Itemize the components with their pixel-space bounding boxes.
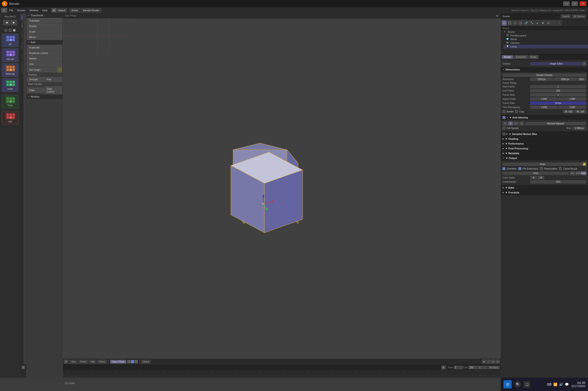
border-cb[interactable] bbox=[503, 110, 505, 113]
time-remap-new[interactable]: 1.000 bbox=[558, 105, 586, 109]
keyset-item-ctrlalt[interactable]: ctrl+alt bbox=[2, 48, 18, 62]
aspect-y[interactable]: 1.000 bbox=[558, 97, 586, 101]
close-button[interactable]: ✕ bbox=[580, 1, 586, 6]
aa-cb[interactable] bbox=[503, 116, 505, 119]
file-ext-cb[interactable] bbox=[518, 167, 521, 170]
end-frame-val[interactable]: 250 bbox=[530, 89, 586, 93]
dimensions-header[interactable]: ▼ Dimensions bbox=[501, 67, 588, 72]
display-extra[interactable]: + bbox=[583, 62, 586, 66]
res-y[interactable]: 1080 px bbox=[554, 78, 577, 81]
smooth-btn[interactable]: Smooth bbox=[27, 77, 44, 82]
motion-blur-cb[interactable] bbox=[503, 133, 505, 135]
physics-tab[interactable]: Physics bbox=[20, 51, 23, 61]
transform-header[interactable]: ▼ Transform bbox=[26, 13, 63, 18]
rgba-btn[interactable]: RGBA bbox=[581, 171, 586, 175]
rgb-btn[interactable]: RGB bbox=[576, 171, 581, 175]
blender-icon[interactable]: ⠿ bbox=[1, 8, 7, 13]
render-menu[interactable]: Render bbox=[15, 8, 27, 12]
time-remap-old[interactable]: 1.000 bbox=[530, 105, 558, 109]
data-btn[interactable]: Data bbox=[27, 88, 44, 93]
texture-prop-icon[interactable]: ⊞ bbox=[546, 20, 551, 25]
set-origin-extra[interactable]: + bbox=[57, 67, 62, 73]
world-prop-icon[interactable] bbox=[513, 20, 518, 25]
timeline-icon[interactable]: ▤ bbox=[21, 366, 25, 369]
help-menu[interactable]: Help bbox=[40, 8, 49, 12]
speaker-icon[interactable]: 🔊 bbox=[559, 383, 563, 386]
cache-cb[interactable] bbox=[559, 167, 562, 170]
join-btn[interactable]: Join bbox=[27, 62, 62, 67]
output-header[interactable]: ▼ ▼ Output bbox=[501, 156, 588, 160]
keyset-item-shiftalt[interactable]: Shift+alt bbox=[2, 63, 18, 77]
res-pct[interactable]: 50% bbox=[577, 78, 586, 81]
current-frame[interactable] bbox=[478, 366, 487, 369]
notification-icon[interactable]: 💬 bbox=[565, 383, 569, 386]
keyboard-icon[interactable]: ⌨ bbox=[547, 383, 552, 386]
duplicate-linked-btn[interactable]: Duplicate Linked bbox=[27, 50, 62, 56]
set-origin-btn[interactable]: Set Origin bbox=[27, 67, 57, 72]
full-sample-cb[interactable] bbox=[503, 127, 505, 129]
data-prop-icon[interactable]: ▲ bbox=[535, 20, 540, 25]
radio-3[interactable] bbox=[13, 29, 16, 32]
depth-16[interactable]: 16 bbox=[538, 176, 544, 180]
modifier-prop-icon[interactable]: 🔧 bbox=[529, 20, 534, 25]
timeline-ruler[interactable] bbox=[20, 370, 501, 374]
keyset-next[interactable]: ▶ bbox=[10, 20, 17, 25]
search-button[interactable]: Search bbox=[561, 14, 571, 18]
render-presets-btn[interactable]: Render Presets bbox=[503, 73, 586, 77]
nr-val[interactable]: Nr: 100 bbox=[575, 110, 586, 113]
end-frame[interactable] bbox=[468, 366, 478, 369]
render-mode-icon[interactable]: ● bbox=[496, 360, 500, 364]
post-processing-header[interactable]: ▶ ▼ Post Processing bbox=[501, 146, 588, 151]
tree-lamp[interactable]: 💡 Lamp bbox=[503, 45, 588, 48]
default-layout[interactable]: Default bbox=[57, 8, 67, 12]
size-val[interactable]: 1.000 px bbox=[572, 126, 586, 130]
select-menu[interactable]: Select bbox=[79, 360, 88, 364]
rotate-btn[interactable]: Rotate bbox=[27, 24, 62, 29]
render-tab[interactable]: Render bbox=[502, 55, 513, 59]
radio-2[interactable] bbox=[9, 29, 11, 32]
constraint-prop-icon[interactable]: 🔗 bbox=[524, 20, 529, 25]
animation-tab[interactable]: Animation bbox=[20, 40, 23, 51]
keyset-prev[interactable]: ◀ bbox=[3, 20, 10, 25]
layer-1[interactable] bbox=[127, 360, 131, 363]
data-layout-btn[interactable]: Data Layout bbox=[45, 86, 62, 94]
bake-header[interactable]: ▶ ▼ Bake bbox=[501, 186, 588, 190]
motion-blur-header[interactable]: ▶ ▼ Sampled Motion Blur bbox=[501, 132, 588, 136]
aspect-x[interactable]: 1.000 bbox=[530, 97, 558, 101]
aa-header[interactable]: ▼ ▼ Anti-Aliasing bbox=[501, 115, 588, 120]
maximize-button[interactable]: □ bbox=[572, 1, 578, 6]
layer-3[interactable] bbox=[135, 360, 138, 363]
translate-btn[interactable]: Translate bbox=[27, 18, 62, 23]
placeholders-cb[interactable] bbox=[540, 167, 543, 170]
shading-header[interactable]: ▶ ▼ Shading bbox=[501, 137, 588, 141]
scale-btn[interactable]: Scale bbox=[27, 29, 62, 34]
object-menu[interactable]: Object bbox=[97, 360, 107, 364]
crop-cb[interactable] bbox=[515, 110, 518, 113]
duplicate-btn[interactable]: Duplicate bbox=[27, 45, 62, 50]
performance-header[interactable]: ▶ ▼ Performance bbox=[501, 141, 588, 146]
render-prop-icon[interactable] bbox=[502, 20, 507, 25]
aa-btn-8[interactable]: 8 bbox=[508, 121, 513, 125]
ol-val[interactable]: Ol: 100 bbox=[563, 110, 574, 113]
filter-val[interactable]: Mitchell-Natravel bbox=[525, 122, 586, 125]
fps-val[interactable]: 24 fps bbox=[530, 101, 586, 105]
mode-selector[interactable]: Object Mode bbox=[110, 360, 126, 364]
particle-prop-icon[interactable]: · bbox=[551, 20, 556, 25]
sync-selector[interactable]: No Sync bbox=[488, 366, 500, 369]
overwrite-cb[interactable] bbox=[503, 167, 505, 170]
window-menu[interactable]: Window bbox=[27, 8, 40, 12]
solid-mode-icon[interactable]: ■ bbox=[482, 360, 486, 364]
format-btn[interactable]: PNG bbox=[503, 172, 569, 175]
all-scenes-button[interactable]: All Scenes bbox=[572, 14, 586, 18]
search-button[interactable]: 🔍 bbox=[515, 381, 521, 388]
layer-2[interactable] bbox=[131, 360, 134, 363]
start-frame[interactable] bbox=[454, 366, 463, 369]
bw-btn[interactable]: BW bbox=[570, 171, 575, 175]
start-frame-val[interactable]: 1 bbox=[530, 85, 586, 88]
tree-scene[interactable]: ▼ Scene bbox=[501, 30, 588, 34]
depth-8[interactable]: 8 bbox=[530, 176, 537, 180]
flat-btn[interactable]: Flat bbox=[45, 77, 62, 82]
delete-btn[interactable]: Delete bbox=[27, 56, 62, 61]
animation-tab[interactable]: Animation bbox=[514, 55, 528, 59]
add-menu[interactable]: Add bbox=[89, 360, 96, 364]
